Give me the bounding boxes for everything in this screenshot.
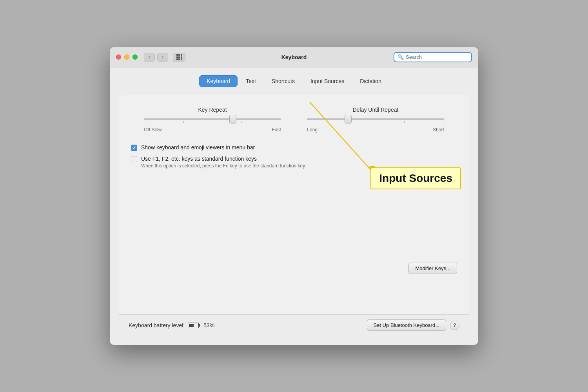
annotation-text: Input Sources: [379, 172, 452, 184]
checkbox-row-show-keyboard: ✓ Show keyboard and emoji viewers in men…: [131, 144, 457, 151]
delay-repeat-thumb[interactable]: [345, 115, 352, 123]
keyboard-preferences-window: ‹ › Keyboard 🔍 Keyboard Text Shortcuts I…: [110, 47, 478, 345]
tab-keyboard[interactable]: Keyboard: [199, 75, 238, 87]
delay-repeat-labels: Long Short: [307, 127, 444, 132]
delay-long-label: Long: [307, 127, 318, 132]
bottom-section: Modifier Keys...: [131, 263, 457, 274]
tab-input-sources[interactable]: Input Sources: [303, 75, 352, 87]
battery-tip: [199, 324, 200, 327]
help-button[interactable]: ?: [450, 321, 459, 330]
fn-keys-checkbox[interactable]: [131, 156, 137, 162]
delay-repeat-label: Delay Until Repeat: [353, 107, 399, 113]
key-repeat-thumb[interactable]: [229, 115, 236, 123]
grid-view-button[interactable]: [173, 53, 185, 62]
key-repeat-slider-container: [144, 118, 281, 123]
key-repeat-slider-group: Key Repeat Off Slow Fast: [144, 107, 281, 132]
battery-fill: [189, 324, 194, 327]
delay-repeat-slider-container: [307, 118, 444, 123]
fn-keys-subtext: When this option is selected, press the …: [141, 163, 306, 169]
annotation-container: Input Sources: [370, 167, 461, 189]
content-area: Keyboard Text Shortcuts Input Sources Di…: [110, 67, 478, 345]
nav-buttons: ‹ ›: [144, 53, 185, 62]
title-bar: ‹ › Keyboard 🔍: [110, 47, 478, 67]
minimize-button[interactable]: [124, 54, 129, 60]
back-button[interactable]: ‹: [144, 53, 155, 62]
tab-text[interactable]: Text: [238, 75, 263, 87]
checkboxes-section: ✓ Show keyboard and emoji viewers in men…: [131, 144, 457, 169]
battery-body: [188, 323, 199, 328]
delay-short-label: Short: [433, 127, 444, 132]
checkmark-icon: ✓: [132, 146, 136, 150]
modifier-keys-button[interactable]: Modifier Keys...: [408, 263, 457, 274]
key-repeat-fast-label: Fast: [272, 127, 281, 132]
fn-keys-label: Use F1, F2, etc. keys as standard functi…: [141, 156, 306, 162]
search-icon: 🔍: [397, 54, 404, 60]
tab-dictation[interactable]: Dictation: [352, 75, 388, 87]
key-repeat-label: Key Repeat: [198, 107, 227, 113]
close-button[interactable]: [116, 54, 121, 60]
show-keyboard-label: Show keyboard and emoji viewers in menu …: [141, 144, 255, 151]
search-box[interactable]: 🔍: [394, 52, 472, 62]
footer-buttons: Set Up Bluetooth Keyboard... ?: [367, 319, 459, 331]
fn-keys-text-group: Use F1, F2, etc. keys as standard functi…: [141, 156, 306, 169]
show-keyboard-text-group: Show keyboard and emoji viewers in menu …: [141, 144, 255, 151]
key-repeat-off-label: Off Slow: [144, 127, 162, 132]
annotation-box: Input Sources: [370, 167, 461, 189]
delay-repeat-track: [307, 118, 444, 120]
battery-section: Keyboard battery level: 53%: [129, 322, 214, 328]
key-repeat-labels: Off Slow Fast: [144, 127, 281, 132]
battery-label: Keyboard battery level:: [129, 322, 185, 328]
tab-bar: Keyboard Text Shortcuts Input Sources Di…: [119, 75, 469, 87]
main-panel: Key Repeat Off Slow Fast: [119, 95, 469, 314]
battery-percent: 53%: [203, 322, 214, 328]
tab-shortcuts[interactable]: Shortcuts: [264, 75, 302, 87]
battery-icon: [188, 323, 200, 328]
key-repeat-track: [144, 118, 281, 120]
delay-repeat-ticks: [307, 121, 444, 123]
footer: Keyboard battery level: 53% Set Up Bluet…: [119, 314, 469, 336]
checkbox-row-fn-keys: Use F1, F2, etc. keys as standard functi…: [131, 156, 457, 169]
traffic-lights: [116, 54, 138, 60]
search-input[interactable]: [406, 54, 468, 60]
sliders-row: Key Repeat Off Slow Fast: [131, 107, 457, 132]
show-keyboard-checkbox[interactable]: ✓: [131, 145, 137, 151]
window-title: Keyboard: [281, 54, 307, 60]
maximize-button[interactable]: [132, 54, 138, 60]
key-repeat-ticks: [144, 121, 281, 123]
bluetooth-button[interactable]: Set Up Bluetooth Keyboard...: [367, 319, 446, 331]
grid-icon: [176, 54, 182, 60]
delay-repeat-slider-group: Delay Until Repeat Long Short: [307, 107, 444, 132]
forward-button[interactable]: ›: [157, 53, 168, 62]
